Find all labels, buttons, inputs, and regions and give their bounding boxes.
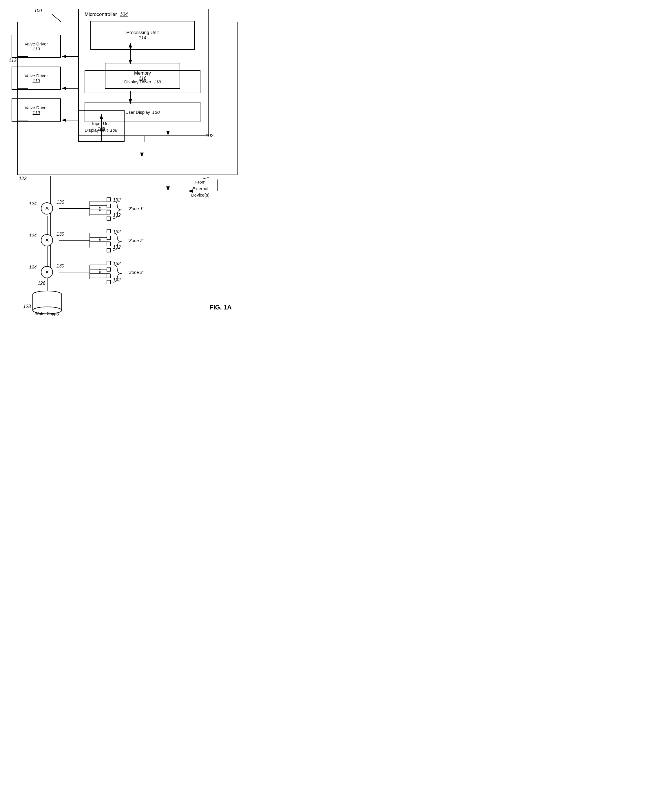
label-132-z1: 132: [113, 197, 121, 203]
water-supply-label: Water Supply: [31, 311, 63, 316]
label-130-2: 130: [56, 232, 64, 237]
label-112: 112: [9, 58, 16, 63]
valve-driver-2-ref: 110: [32, 78, 40, 83]
water-supply-svg: [31, 291, 63, 314]
display-driver-ref: 118: [153, 79, 161, 84]
label-132-z1b: 132: [113, 213, 121, 218]
label-132-z2b: 132: [113, 245, 121, 250]
label-130-1: 130: [56, 200, 64, 205]
label-102: 102: [206, 133, 214, 139]
user-display-ref: 120: [152, 110, 160, 115]
external-device-label: FromExternalDevice(s): [191, 179, 209, 199]
svg-line-3: [51, 14, 61, 22]
zone-1-label: "Zone 1": [128, 206, 144, 211]
processing-unit-ref: 114: [139, 35, 147, 41]
svg-point-50: [99, 269, 101, 271]
processing-unit-title: Processing Unit: [126, 30, 159, 35]
microcontroller-ref: 104: [120, 11, 128, 17]
water-supply-container: Water Supply: [31, 291, 63, 316]
valve-driver-1-title: Valve Driver: [25, 41, 48, 46]
display-driver-box: Display Driver 118: [85, 70, 200, 93]
svg-point-51: [99, 271, 101, 272]
valve-driver-2-box: Valve Driver 110: [11, 67, 61, 90]
valve-driver-1-box: Valve Driver 110: [11, 35, 61, 58]
processing-unit-box: Processing Unit 114: [90, 21, 195, 50]
label-130-3: 130: [56, 263, 64, 269]
label-128: 128: [23, 304, 31, 309]
user-display-title: User Display: [125, 110, 150, 115]
sprinkler-zone-1: [107, 197, 111, 221]
label-126: 126: [38, 281, 45, 286]
valve-driver-3-box: Valve Driver 110: [11, 99, 61, 122]
label-124-3: 124: [29, 265, 37, 270]
svg-point-45: [99, 240, 101, 241]
zone-2-label: "Zone 2": [128, 238, 144, 243]
input-unit-title: Input Unit: [92, 121, 111, 126]
valve-1: ✕: [41, 202, 53, 215]
display-driver-title: Display Driver: [124, 79, 151, 84]
label-132-z3: 132: [113, 261, 121, 266]
valve-driver-2-title: Valve Driver: [25, 73, 48, 78]
microcontroller-title: Microcontroller 104: [85, 11, 128, 18]
input-unit-box: Input Unit 106: [78, 110, 125, 142]
label-124-2: 124: [29, 233, 37, 238]
svg-point-52: [99, 272, 101, 273]
valve-driver-3-title: Valve Driver: [25, 105, 48, 110]
valve-driver-1-ref: 110: [32, 46, 40, 51]
input-unit-ref: 106: [97, 126, 105, 131]
valve-3: ✕: [41, 266, 53, 278]
svg-point-36: [99, 207, 101, 208]
label-122: 122: [19, 176, 27, 181]
label-124-1: 124: [29, 201, 37, 206]
zone-3-label: "Zone 3": [128, 270, 144, 275]
sprinkler-zone-3: [107, 261, 111, 284]
figure-caption: FIG. 1A: [209, 304, 232, 311]
label-132-z2: 132: [113, 229, 121, 234]
valve-driver-3-ref: 110: [32, 110, 40, 115]
valve-2: ✕: [41, 234, 53, 246]
sprinkler-zone-2: [107, 229, 111, 252]
label-132-z3b: 132: [113, 277, 121, 283]
svg-point-38: [99, 210, 101, 211]
figure-number-label: 100: [34, 8, 42, 13]
svg-point-37: [99, 209, 101, 210]
svg-point-44: [99, 239, 101, 240]
svg-point-43: [99, 237, 101, 239]
